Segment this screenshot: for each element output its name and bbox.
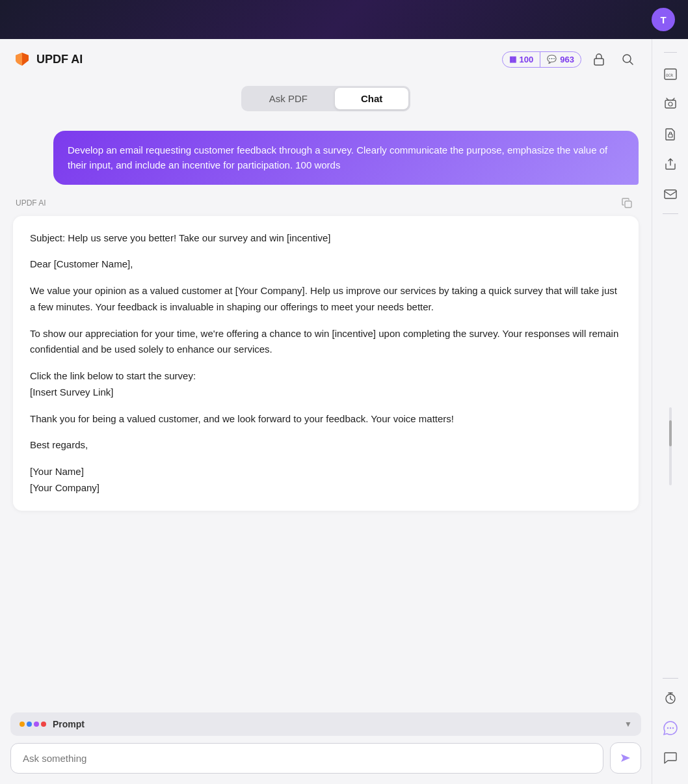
message-icon (663, 751, 678, 765)
chat-area: Develop an email requesting customer fee… (0, 120, 652, 705)
tab-bar: Ask PDF Chat (0, 79, 652, 120)
ai-paragraph1: We value your opinion as a valued custom… (30, 283, 622, 316)
svg-point-7 (668, 102, 672, 106)
ai-paragraph3: Click the link below to start the survey… (30, 368, 622, 401)
svg-rect-8 (668, 134, 672, 137)
avatar[interactable]: T (652, 8, 675, 31)
pdf-token-icon: ▦ (509, 55, 516, 64)
timer-button[interactable] (657, 685, 683, 711)
mail-icon (663, 187, 678, 201)
svg-rect-1 (594, 59, 603, 65)
search-icon (620, 52, 635, 66)
svg-point-11 (667, 727, 668, 729)
message-button[interactable] (657, 745, 683, 771)
ocr-button[interactable]: OCR (657, 61, 683, 87)
svg-point-13 (672, 727, 673, 729)
ai-message-card: Subject: Help us serve you better! Take … (13, 216, 639, 511)
ai-response-container: UPDF AI Subject: Help us serve you bette… (13, 194, 639, 511)
logo-area: UPDF AI (13, 50, 83, 68)
left-panel: UPDF AI ▦ 100 💬 963 (0, 39, 652, 784)
dot-1 (20, 722, 25, 727)
ai-icon (663, 720, 678, 736)
lock-doc-button[interactable] (657, 121, 683, 147)
dot-3 (34, 722, 39, 727)
user-message: Develop an email requesting customer fee… (53, 131, 639, 185)
bottom-right-icons (657, 715, 683, 776)
chat-input[interactable] (10, 743, 603, 774)
ocr-icon: OCR (663, 66, 678, 82)
scrollbar-track (669, 407, 672, 485)
prompt-label: Prompt (53, 719, 618, 729)
scrollbar-thumb[interactable] (669, 420, 672, 446)
prompt-chevron-icon: ▼ (624, 720, 632, 729)
app-name: UPDF AI (36, 53, 83, 66)
scan-button[interactable] (657, 91, 683, 117)
panel-header: UPDF AI ▦ 100 💬 963 (0, 39, 652, 79)
prompt-bar[interactable]: Prompt ▼ (10, 712, 641, 736)
updf-logo-icon (13, 50, 31, 68)
token-badge[interactable]: ▦ 100 💬 963 (502, 51, 581, 68)
tab-ask-pdf[interactable]: Ask PDF (243, 88, 334, 109)
top-bar: T (0, 0, 688, 39)
copy-icon (621, 197, 633, 209)
sidebar-top-spacer (664, 47, 677, 57)
send-icon (619, 751, 632, 764)
svg-rect-6 (665, 100, 676, 108)
prompt-dots (20, 722, 46, 727)
header-right: ▦ 100 💬 963 (502, 48, 639, 70)
ai-subject: Subject: Help us serve you better! Take … (30, 230, 622, 247)
ai-chat-button[interactable] (657, 715, 683, 741)
ai-sender-label: UPDF AI (16, 198, 46, 208)
ai-paragraph2: To show our appreciation for your time, … (30, 326, 622, 358)
ai-paragraph4: Thank you for being a valued customer, a… (30, 411, 622, 427)
lock-icon (592, 52, 606, 66)
lock-doc-icon (663, 127, 678, 141)
ai-label-row: UPDF AI (13, 194, 639, 212)
timer-icon (663, 691, 678, 705)
send-button[interactable] (610, 742, 641, 774)
pdf-tokens: ▦ 100 (503, 52, 541, 67)
ai-closing: Best regards, (30, 437, 622, 453)
search-button[interactable] (616, 48, 639, 70)
ai-greeting: Dear [Customer Name], (30, 256, 622, 273)
ai-token-count: 963 (560, 55, 574, 64)
ai-signature: [Your Name][Your Company] (30, 464, 622, 496)
copy-button[interactable] (618, 194, 636, 212)
right-sidebar: OCR (652, 39, 688, 784)
tab-group: Ask PDF Chat (241, 86, 411, 111)
svg-point-12 (669, 727, 670, 729)
scrollbar-area (669, 221, 672, 671)
dot-2 (27, 722, 32, 727)
input-row (10, 742, 641, 774)
share-button[interactable] (657, 151, 683, 177)
sidebar-divider-2 (663, 678, 678, 679)
svg-rect-3 (625, 201, 631, 208)
lock-button[interactable] (588, 48, 610, 70)
ai-token-icon: 💬 (547, 55, 557, 64)
dot-4 (41, 722, 46, 727)
pdf-token-count: 100 (520, 55, 534, 64)
sidebar-divider-1 (663, 213, 678, 214)
tab-chat[interactable]: Chat (335, 88, 408, 109)
mail-button[interactable] (657, 181, 683, 207)
svg-rect-9 (665, 190, 676, 198)
ai-tokens: 💬 963 (540, 52, 581, 67)
main-container: UPDF AI ▦ 100 💬 963 (0, 39, 688, 784)
share-icon (663, 157, 678, 171)
scan-icon (663, 97, 678, 111)
bottom-area: Prompt ▼ (0, 705, 652, 784)
svg-text:OCR: OCR (666, 73, 673, 77)
